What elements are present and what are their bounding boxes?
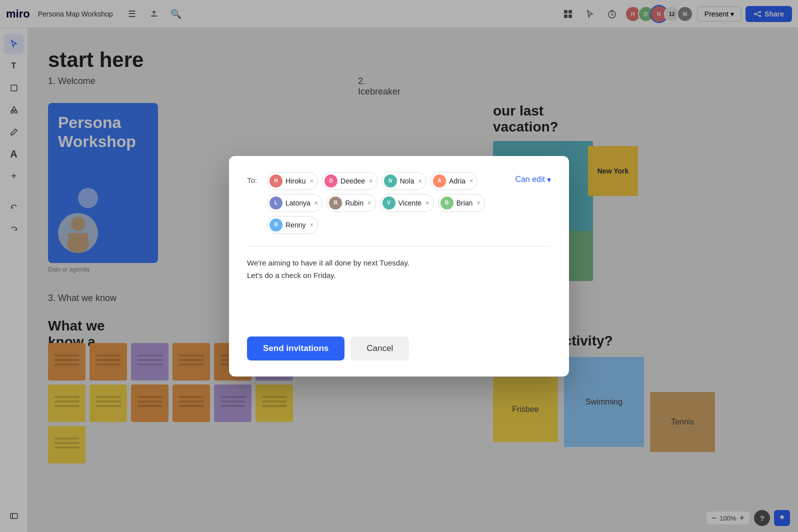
chip-remove-rubin[interactable]: × xyxy=(368,200,372,206)
chip-name-deedee: Deedee xyxy=(340,177,365,185)
chip-remove-deedee[interactable]: × xyxy=(369,178,373,184)
chip-name-brian: Brian xyxy=(456,199,473,207)
recipient-chip-adria: A Adria × xyxy=(430,172,478,190)
chip-avatar-adria: A xyxy=(433,174,446,188)
recipient-chip-rubin: R Rubin × xyxy=(326,194,376,212)
chip-name-renny: Renny xyxy=(286,221,306,229)
chip-name-vicente: Vicente xyxy=(398,199,422,207)
can-edit-label: Can edit xyxy=(515,175,545,184)
message-line-1: We're aiming to have it all done by next… xyxy=(247,256,551,270)
recipient-chip-brian: B Brian × xyxy=(438,194,485,212)
chip-name-nola: Nola xyxy=(400,177,414,185)
chip-remove-hiroku[interactable]: × xyxy=(310,178,314,184)
send-invitations-button[interactable]: Send invitations xyxy=(247,336,344,360)
modal-divider xyxy=(247,246,551,246)
to-row: To: H Hiroku × D Deedee × N Nola × xyxy=(247,172,551,234)
chip-remove-nola[interactable]: × xyxy=(418,178,422,184)
recipient-chip-latonya: L Latonya × xyxy=(267,194,322,212)
recipients-area: H Hiroku × D Deedee × N Nola × A Adri xyxy=(267,172,509,234)
chip-name-latonya: Latonya xyxy=(286,199,310,207)
message-line-2: Let's do a check on Friday. xyxy=(247,269,551,282)
chip-avatar-latonya: L xyxy=(270,196,282,210)
modal-overlay: To: H Hiroku × D Deedee × N Nola × xyxy=(0,0,798,532)
recipient-chip-deedee: D Deedee × xyxy=(322,172,378,190)
chip-name-rubin: Rubin xyxy=(345,199,364,207)
chip-avatar-deedee: D xyxy=(324,174,338,188)
chip-avatar-renny: R xyxy=(270,218,282,232)
chip-avatar-rubin: R xyxy=(329,196,342,210)
chip-avatar-nola: N xyxy=(384,174,397,188)
recipient-chip-vicente: V Vicente × xyxy=(380,194,434,212)
to-label: To: xyxy=(247,172,261,184)
chip-name-adria: Adria xyxy=(449,177,466,185)
chip-remove-adria[interactable]: × xyxy=(470,178,474,184)
recipient-chip-renny: R Renny × xyxy=(267,216,318,234)
chip-remove-latonya[interactable]: × xyxy=(314,200,318,206)
message-area[interactable]: We're aiming to have it all done by next… xyxy=(247,256,551,316)
cancel-button[interactable]: Cancel xyxy=(350,336,409,360)
can-edit-button[interactable]: Can edit ▾ xyxy=(515,172,551,184)
invitation-modal: To: H Hiroku × D Deedee × N Nola × xyxy=(229,156,569,376)
chip-remove-brian[interactable]: × xyxy=(476,200,480,206)
recipient-chip-nola: N Nola × xyxy=(382,172,426,190)
chip-avatar-vicente: V xyxy=(382,196,396,210)
chip-remove-renny[interactable]: × xyxy=(310,222,314,228)
chip-name-hiroku: Hiroku xyxy=(286,177,306,185)
modal-actions: Send invitations Cancel xyxy=(247,336,551,360)
chevron-down-icon: ▾ xyxy=(547,175,551,184)
chip-avatar-hiroku: H xyxy=(270,174,282,188)
recipient-chip-hiroku: H Hiroku × xyxy=(267,172,318,190)
chip-remove-vicente[interactable]: × xyxy=(426,200,430,206)
chip-avatar-brian: B xyxy=(440,196,454,210)
